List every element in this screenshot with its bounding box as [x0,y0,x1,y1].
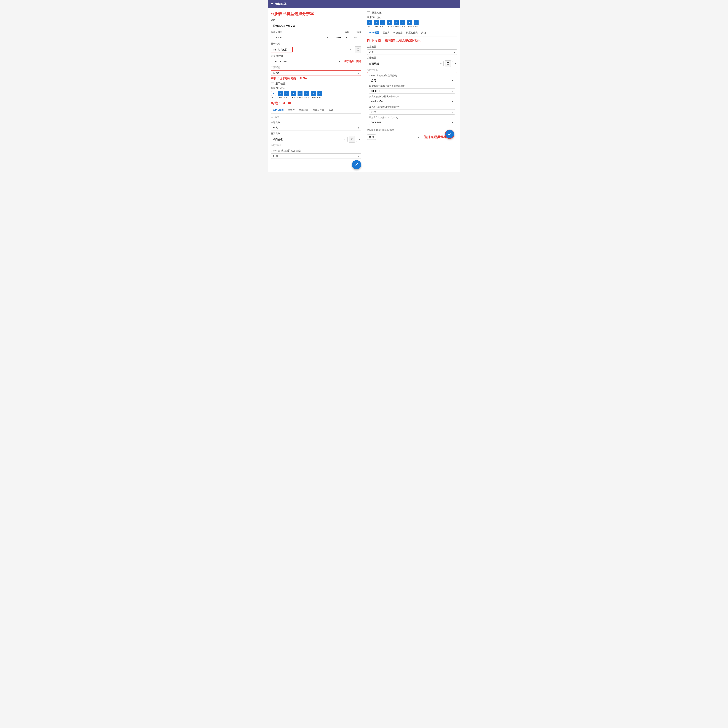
cpu7-checkbox[interactable]: ✓ [317,91,323,96]
right-cpu-item-2: ✓ CPU2 [380,20,385,28]
bg-select[interactable]: 桌面壁纸 [271,137,348,142]
right-bg-select[interactable]: 桌面壁纸 [367,61,444,66]
right-cpu-item-7: ✓ CPU7 [413,20,419,28]
tab-settings-folder[interactable]: 设置文件夹 [310,107,326,113]
cpu0-checkbox[interactable]: ✓ [271,91,276,96]
right-cpu1-checkbox[interactable]: ✓ [374,20,379,25]
right-theme-select[interactable]: 明亮 [367,49,457,55]
cpu4-checkbox[interactable]: ✓ [298,91,303,96]
cpu3-checkbox[interactable]: ✓ [291,91,296,96]
audio-driver-select[interactable]: ALSA PulseAudio [271,70,361,76]
right-bg-row: 桌面壁纸 🖼 ▼ [367,60,457,67]
cursor-row: 禁用 选择完记得保存 ✓ [367,132,457,142]
right-cpu0-checkbox[interactable]: ✓ [367,20,372,25]
width-label: 宽度 [345,31,349,34]
menu-icon[interactable]: ≡ [271,2,273,6]
theme-select[interactable]: 明亮 深色 [271,125,361,130]
right-cpu3-checkbox[interactable]: ✓ [387,20,392,25]
vram-select[interactable]: 2048 MB 512 MB [369,120,455,125]
right-cpu-grid: ✓ CPU0 ✓ CPU1 ✓ CPU2 ✓ CPU3 ✓ CPU4 [367,20,457,28]
right-cpu-item-4: ✓ CPU4 [393,20,399,28]
cpu-item-4: ✓ CPU4 [297,91,303,98]
cpu3-label: CPU3 [291,96,296,98]
right-show-fps-row: 显示帧数 [367,11,457,14]
annotation-optimize: 以下设置可根据自己机型配置优化 [367,38,457,43]
right-cpu-item-3: ✓ CPU3 [387,20,392,28]
right-tab-env-vars[interactable]: 环境变量 [392,30,404,36]
tab-advanced[interactable]: 高级 [326,107,335,113]
right-cpu2-label: CPU2 [380,25,385,28]
cpu6-checkbox[interactable]: ✓ [311,91,316,96]
right-tab-functions[interactable]: 函数库 [381,30,392,36]
right-cpu3-label: CPU3 [387,25,392,28]
cpu-item-2: ✓ CPU2 [284,91,289,98]
bg-select-wrapper: 桌面壁纸 [271,137,348,142]
gpu-settings-button[interactable]: ⚙ [355,46,361,53]
x-separator: X [346,36,347,39]
resolution-preset-select[interactable]: Custom ▼ [271,35,330,40]
name-label: 名称 [271,19,361,22]
cpu-item-3: ✓ CPU3 [291,91,296,98]
wine-settings-red-section: CSMT (多线程渲染,启用提速) 启用 禁用 GPU名称(伪装显卡id,改善游… [367,72,457,127]
tab-functions[interactable]: 函数库 [286,107,297,113]
cpu2-checkbox[interactable]: ✓ [284,91,289,96]
save-icon: ✓ [448,132,452,137]
save-button-left[interactable]: ✓ [352,160,361,170]
right-cpu-item-1: ✓ CPU1 [373,20,379,28]
shader-select[interactable]: 启用 禁用 [369,109,455,115]
right-bg-label: 背景设置 [367,56,457,60]
csmt-label: CSMT (多线程渲染,启用提速) [369,74,455,77]
right-cpu6-checkbox[interactable]: ✓ [407,20,412,25]
right-cpu-item-6: ✓ CPU6 [407,20,412,28]
right-cpu2-checkbox[interactable]: ✓ [380,20,385,25]
cpu5-checkbox[interactable]: ✓ [304,91,309,96]
right-bg-select-wrapper: 桌面壁纸 [367,61,444,66]
bg-image-button[interactable]: 🖼 [349,136,355,142]
right-cpu7-checkbox[interactable]: ✓ [414,20,419,25]
cpu-annotation: 勾选：CPU0 [271,101,361,106]
right-cpu7-label: CPU7 [413,25,419,28]
wine-tabs: WINE配置 函数库 环境变量 设置文件夹 高级 [271,107,361,113]
show-fps-checkbox[interactable] [271,82,274,85]
right-show-fps-checkbox[interactable] [367,11,370,14]
annotation-resolution: 根据自己机型选择分辨率 [271,11,361,17]
bg-extra-select[interactable] [356,137,361,142]
csmt-select-left[interactable]: 启用 禁用 [271,153,361,159]
save-check-icon: ✓ [355,162,358,167]
offscreen-select[interactable]: Backbuffer FBO [369,99,455,104]
cpu4-label: CPU4 [297,96,303,98]
right-cpu5-checkbox[interactable]: ✓ [400,20,405,25]
cpu-item-1: ✓ CPU1 [277,91,283,98]
right-bg-extra-select[interactable] [452,61,457,66]
audio-annotation: 声音出现卡顿可选择：ALSA [271,76,361,80]
gpu-name-select[interactable]: 9800GT [369,88,455,94]
right-cpu-label: 启用CPU核心 [367,16,457,19]
right-cpu4-checkbox[interactable]: ✓ [394,20,399,25]
right-bg-image-button[interactable]: 🖼 [445,60,451,67]
left-panel: 根据自己机型选择分辨率 名称 屏幕分辨率 宽度 高度 Custom ▼ X 显卡… [268,8,364,172]
cpu1-checkbox[interactable]: ✓ [278,91,283,96]
csmt-select[interactable]: 启用 禁用 [369,78,455,83]
tab-wine-config[interactable]: WINE配置 [271,107,286,113]
cursor-select[interactable]: 禁用 [367,135,376,140]
save-button-right[interactable]: ✓ [445,130,454,139]
reg-label: 注册表键值 [271,144,361,147]
cpu7-label: CPU7 [317,96,323,98]
right-tab-settings-folder[interactable]: 设置文件夹 [404,30,419,36]
show-fps-row: 显示帧数 [271,82,361,85]
cpu6-label: CPU6 [310,96,316,98]
gpu-driver-select[interactable]: Turnip (骁龙) Default [271,47,293,52]
right-tab-wine-config[interactable]: WINE配置 [367,30,381,36]
cursor-select-outer: 禁用 [367,135,421,140]
right-tab-advanced[interactable]: 高级 [419,30,428,36]
resolution-height-input[interactable] [349,35,361,40]
bg-settings-label: 背景设置 [271,132,361,135]
name-input[interactable] [271,23,361,29]
dx-file-select[interactable]: CNC DDraw [271,59,342,64]
gpu-name-label: GPU名称(伪装显卡id,改善游戏兼容性) [369,85,455,88]
cpu-item-0: ✓ CPU0 [271,91,276,98]
resolution-preset-value: Custom [273,36,281,39]
right-cpu-item-5: ✓ CPU5 [400,20,405,28]
tab-env-vars[interactable]: 环境变量 [297,107,310,113]
resolution-width-input[interactable] [332,35,344,40]
